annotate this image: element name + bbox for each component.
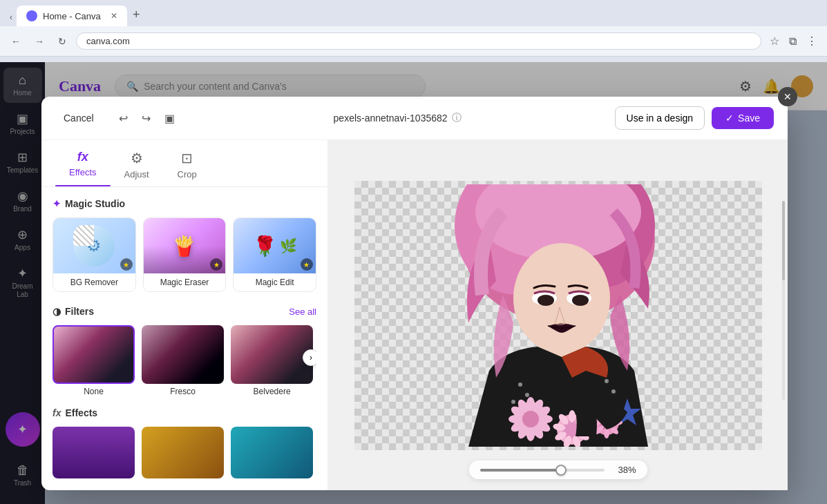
save-button[interactable]: ✓ Save [712,107,774,129]
filters-title: Filters [65,306,94,317]
address-bar[interactable]: canva.com [76,32,761,50]
zoom-slider[interactable] [480,469,605,472]
scroll-thumb[interactable] [782,201,785,280]
filter-none-label: None [53,384,135,396]
reload-button[interactable]: ↻ [54,33,70,50]
magic-studio-section-title: ✦ Magic Studio [53,198,316,209]
extensions-icon[interactable]: ⧉ [786,32,799,50]
svg-point-4 [513,243,610,353]
magic-edit-badge: ★ [301,258,313,271]
photo-container [354,181,762,450]
left-panel: fx Effects ⚙ Adjust ⊡ Crop ✦ Magic Studi… [41,140,328,490]
filter-none-card[interactable]: None [53,325,135,396]
redo-button[interactable]: ↪ [136,108,156,129]
save-label: Save [738,113,760,124]
image-preview-panel: 38% [328,140,788,490]
effect-card-1[interactable] [53,427,135,478]
image-editor-modal: Cancel ↩ ↪ ▣ pexels-annetnavi-1035682 ⓘ … [41,97,788,490]
browser-tab-active[interactable]: Home - Canva ✕ [17,6,127,26]
magic-star-icon: ✦ [53,198,61,209]
effects-section-title: fx Effects [53,407,316,418]
checkerboard-background [354,181,762,450]
zoom-controls: 38% [469,461,647,479]
bg-remover-card[interactable]: ⚙ ★ BG Remover [53,217,136,292]
info-icon[interactable]: ⓘ [452,112,462,124]
magic-edit-card[interactable]: 🌹 🌿 ★ Magic Edit [233,217,316,292]
zoom-thumb[interactable] [555,465,567,476]
crop-tab-icon: ⊡ [181,150,193,166]
effect-card-2[interactable] [142,427,224,478]
svg-point-6 [518,382,522,387]
bg-remover-label: BG Remover [53,273,135,291]
effect-image-1 [53,427,135,478]
save-check-icon: ✓ [725,113,734,124]
filters-circle-icon: ◑ [53,306,61,317]
modal-header: Cancel ↩ ↪ ▣ pexels-annetnavi-1035682 ⓘ … [41,97,788,140]
magic-tools-grid: ⚙ ★ BG Remover 🍟 [53,217,316,292]
effects-title: Effects [65,407,97,418]
file-name-text: pexels-annetnavi-1035682 [334,113,448,124]
modal-close-button[interactable]: ✕ [778,87,797,106]
bg-remover-badge: ★ [120,258,133,271]
editor-tabs: fx Effects ⚙ Adjust ⊡ Crop [41,140,327,187]
filter-belvedere-label: Belvedere [231,384,313,396]
see-all-filters[interactable]: See all [289,307,316,317]
undo-button[interactable]: ↩ [113,108,133,129]
adjust-tab-label: Adjust [124,169,149,180]
effects-grid [53,427,316,478]
magic-eraser-label: Magic Eraser [144,273,226,291]
effect-image-3 [231,427,313,478]
browser-menu-icon[interactable]: ⋮ [804,32,820,50]
filter-fresco-card[interactable]: Fresco [142,325,224,396]
tab-favicon [26,10,37,21]
panel-content: ✦ Magic Studio ⚙ ★ [41,187,327,490]
effects-fx-icon: fx [53,407,61,418]
magic-eraser-card[interactable]: 🍟 ★ Magic Eraser [143,217,227,292]
effects-tab-label: Effects [69,167,97,177]
crop-tab-label: Crop [178,169,197,180]
aspect-ratio-button[interactable]: ▣ [159,108,180,129]
file-name-display: pexels-annetnavi-1035682 ⓘ [189,112,607,124]
bookmark-icon[interactable]: ☆ [767,32,782,50]
magic-edit-image: 🌹 🌿 ★ [234,218,316,273]
magic-edit-label: Magic Edit [234,273,316,291]
svg-point-10 [611,389,616,394]
forward-button[interactable]: → [30,33,48,50]
browser-chrome: ‹ Home - Canva ✕ + ← → ↻ canva.com ☆ ⧉ ⋮ [0,0,827,62]
effect-image-2 [142,427,224,478]
filter-next-button[interactable]: › [303,349,316,366]
zoom-fill [480,469,561,472]
magic-studio-title: Magic Studio [65,198,125,209]
adjust-tab-icon: ⚙ [131,150,143,166]
effect-card-3[interactable] [231,427,313,478]
zoom-percentage: 38% [611,465,636,475]
header-right-actions: Use in a design ✓ Save [615,106,774,130]
filters-section-title: ◑ Filters [53,306,94,317]
cancel-button[interactable]: Cancel [55,108,102,128]
filter-fresco-label: Fresco [142,384,224,396]
url-text: canva.com [86,36,130,46]
back-button[interactable]: ← [7,33,25,50]
tab-nav-prev[interactable]: ‹ [6,10,17,25]
tab-adjust[interactable]: ⚙ Adjust [111,140,163,186]
effects-tab-icon: fx [77,150,88,164]
magic-eraser-image: 🍟 ★ [144,218,226,273]
tab-close-button[interactable]: ✕ [111,11,117,21]
svg-point-7 [525,393,529,397]
tab-crop[interactable]: ⊡ Crop [163,140,211,186]
filter-fresco-image [142,325,224,384]
scroll-indicator [782,201,785,400]
tab-title: Home - Canva [43,11,101,21]
filters-header: ◑ Filters See all [53,306,316,317]
filter-none-image [53,325,135,384]
svg-point-14 [522,411,539,427]
filter-belvedere-image [231,325,313,384]
scrollbar-track [782,140,788,466]
use-in-design-button[interactable]: Use in a design [615,106,705,130]
tab-effects[interactable]: fx Effects [55,140,111,186]
bg-remover-image: ⚙ ★ [53,218,135,273]
svg-point-29 [569,410,576,423]
filter-belvedere-card[interactable]: Belvedere [231,325,313,396]
svg-point-8 [511,400,515,404]
new-tab-button[interactable]: + [127,5,146,25]
